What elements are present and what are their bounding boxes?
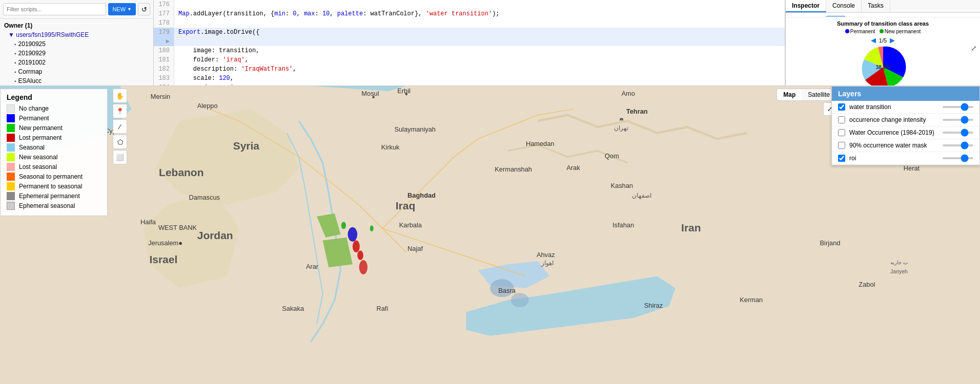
- tab-tasks[interactable]: Tasks: [862, 0, 890, 12]
- svg-text:Kirkuk: Kirkuk: [381, 143, 400, 151]
- expand-chart-button[interactable]: ⤢: [971, 44, 977, 52]
- legend-item-permanent: Permanent: [7, 114, 101, 122]
- svg-point-4: [357, 250, 363, 260]
- layer-opacity-water-occurrence[interactable]: [943, 132, 973, 134]
- svg-text:Arar: Arar: [306, 263, 319, 270]
- svg-text:Aleppo: Aleppo: [197, 102, 218, 110]
- refresh-scripts-button[interactable]: ↺: [138, 3, 150, 15]
- svg-text:Amo: Amo: [621, 90, 635, 97]
- satellite-view-button[interactable]: Satellite: [802, 89, 836, 100]
- svg-text:اصفهان: اصفهان: [632, 192, 651, 199]
- svg-text:Syria: Syria: [233, 140, 260, 152]
- layers-panel: Layers water transition occurrence chang…: [831, 86, 980, 165]
- svg-text:Mersin: Mersin: [151, 93, 170, 100]
- line-tool-button[interactable]: ∕: [113, 119, 127, 134]
- layer-item-water-occurrence: Water Occurrence (1984-2019): [832, 126, 979, 139]
- svg-text:Rafi: Rafi: [376, 305, 388, 312]
- pie-prev-button[interactable]: ◀: [871, 36, 876, 44]
- layer-opacity-roi[interactable]: [943, 157, 973, 159]
- tab-console[interactable]: Console: [826, 0, 862, 12]
- code-line-183: 183 scale: 120,: [154, 74, 785, 83]
- pie-page: 1/5: [879, 37, 887, 44]
- layer-checkbox-water-occurrence[interactable]: [838, 129, 845, 136]
- layer-checkbox-occurrence-change[interactable]: [838, 116, 845, 123]
- layer-checkbox-roi[interactable]: [838, 155, 845, 162]
- pie-chart-svg: 38.9%: [850, 44, 916, 86]
- console-tabs: Inspector Console Tasks: [786, 0, 980, 13]
- chart-legend: Permanent New permanent: [789, 29, 977, 34]
- layer-checkbox-water-transition[interactable]: [838, 103, 845, 111]
- map-view-button[interactable]: Map: [777, 89, 802, 100]
- svg-text:Iran: Iran: [681, 222, 701, 233]
- hand-tool-button[interactable]: ✋: [113, 89, 127, 103]
- layer-name-roi: roi: [849, 155, 938, 162]
- filter-scripts-input[interactable]: [3, 3, 106, 15]
- layer-opacity-90-mask[interactable]: [943, 144, 973, 146]
- tree-owner: Owner (1): [0, 21, 153, 30]
- svg-text:Arak: Arak: [566, 164, 580, 172]
- layer-opacity-water-transition[interactable]: [943, 106, 973, 108]
- pie-chart-area: ⤢ 38.9%: [789, 44, 977, 86]
- inspector-panel: Inspector Console Tasks ▶ transition_fc …: [785, 0, 980, 86]
- svg-point-7: [370, 225, 374, 231]
- legend-item-new-seasonal: New seasonal: [7, 153, 101, 161]
- marker-tool-button[interactable]: 📍: [113, 104, 127, 118]
- layers-panel-header: Layers: [832, 87, 979, 101]
- svg-text:Mosul: Mosul: [361, 90, 379, 97]
- svg-text:Baghdad: Baghdad: [407, 191, 436, 199]
- legend-item-no-change: No change: [7, 104, 101, 113]
- svg-text:Sakaka: Sakaka: [282, 305, 304, 312]
- legend-item-ephemeral-seasonal: Ephemeral seasonal: [7, 202, 101, 210]
- code-line-178: 178: [154, 18, 785, 28]
- code-line-179: 179 ▶ Export.image.toDrive({: [154, 28, 785, 46]
- svg-point-5: [359, 260, 368, 274]
- main-area: Adana Gaziantep Sanliurfa Mardin Mosul E…: [0, 86, 980, 384]
- map-legend: Legend No change Permanent New permanent…: [0, 89, 108, 216]
- scripts-panel: NEW ▼ ↺ Owner (1) ▼ users/fsn1995/RSwith…: [0, 0, 154, 86]
- svg-text:Hamedan: Hamedan: [526, 140, 555, 147]
- pie-next-button[interactable]: ▶: [890, 36, 895, 44]
- svg-text:Shiraz: Shiraz: [644, 302, 663, 309]
- rect-tool-button[interactable]: ⬜: [113, 150, 127, 164]
- svg-text:Tehran: Tehran: [626, 108, 648, 115]
- legend-item-lost-seasonal: Lost seasonal: [7, 163, 101, 171]
- layer-item-90-mask: 90% occurrence water mask: [832, 139, 979, 152]
- layer-name-water-transition: water transition: [849, 103, 938, 111]
- code-editor[interactable]: 176 177 Map.addLayer(transition, {min: 0…: [154, 0, 785, 86]
- layer-item-water-transition: water transition: [832, 101, 979, 114]
- legend-item-seasonal-to-permanent: Seasonal to permanent: [7, 173, 101, 181]
- polygon-tool-button[interactable]: ⬠: [113, 135, 127, 149]
- layer-checkbox-90-mask[interactable]: [838, 142, 845, 149]
- tree-user[interactable]: ▼ users/fsn1995/RSwithGEE: [0, 30, 153, 39]
- svg-text:Damascus: Damascus: [189, 194, 220, 201]
- svg-text:تهران: تهران: [614, 124, 628, 132]
- svg-text:Zabol: Zabol: [859, 281, 875, 288]
- svg-text:Kerman: Kerman: [740, 296, 763, 304]
- scripts-filter-row: NEW ▼ ↺: [0, 0, 153, 19]
- tab-inspector[interactable]: Inspector: [786, 0, 826, 12]
- svg-text:Najaf: Najaf: [407, 245, 423, 252]
- inspector-content: ▶ transition_fc JSON ▼ FeatureCollection…: [786, 13, 980, 17]
- svg-text:Israel: Israel: [149, 253, 177, 265]
- tree-file-1[interactable]: ▪20190925: [0, 39, 153, 49]
- layer-opacity-occurrence-change[interactable]: [943, 119, 973, 121]
- code-line-184: 184 region: roi: [154, 83, 785, 86]
- svg-text:Birjand: Birjand: [820, 239, 841, 247]
- svg-text:Isfahan: Isfahan: [612, 221, 634, 229]
- tree-file-4[interactable]: ▪Corrmap: [0, 67, 153, 76]
- svg-text:Jerusalem●: Jerusalem●: [148, 239, 182, 247]
- code-line-181: 181 folder: 'iraq',: [154, 55, 785, 65]
- scripts-tree: Owner (1) ▼ users/fsn1995/RSwithGEE ▪201…: [0, 19, 153, 86]
- svg-point-2: [348, 227, 358, 242]
- code-line-177: 177 Map.addLayer(transition, {min: 0, ma…: [154, 9, 785, 18]
- svg-text:Kermanshah: Kermanshah: [495, 165, 532, 173]
- svg-text:WEST BANK: WEST BANK: [158, 224, 197, 231]
- tree-file-2[interactable]: ▪20190929: [0, 49, 153, 58]
- tree-file-5[interactable]: ▪ESAlucc: [0, 76, 153, 86]
- layer-item-occurrence-change: occurrence change intensity: [832, 114, 979, 126]
- legend-new-permanent: New permanent: [880, 29, 921, 34]
- svg-point-9: [511, 293, 529, 307]
- new-script-button[interactable]: NEW ▼: [108, 3, 136, 15]
- layer-name-occurrence-change: occurrence change intensity: [849, 116, 938, 123]
- tree-file-3[interactable]: ▪20191002: [0, 58, 153, 67]
